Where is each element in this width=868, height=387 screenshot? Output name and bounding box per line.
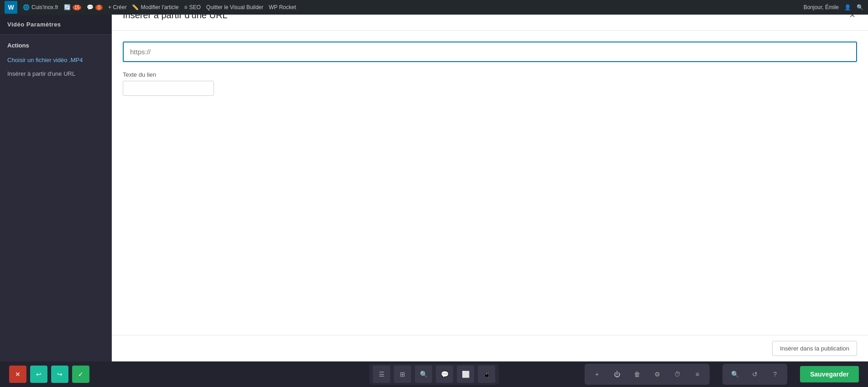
menu-icon: ☰	[379, 371, 385, 378]
add-module-button[interactable]: +	[588, 366, 606, 383]
seo-icon: ≡	[184, 4, 187, 10]
grid-icon: ⊞	[400, 371, 405, 378]
toolbar-right-group: + ⏻ 🗑 ⚙ ⏱ ≡ 🔍 ↺	[585, 364, 859, 385]
panel-title: Vidéo Paramètres	[7, 21, 61, 28]
left-panel: Vidéo Paramètres Actions Choisir un fich…	[0, 15, 112, 387]
edit-article-link[interactable]: ✏️ Modifier l'article	[132, 4, 178, 10]
wordpress-icon: W	[5, 1, 17, 14]
wp-admin-bar: W 🌐 Cuis'inox.fr 🔄 15 💬 0 + Créer ✏️ Mod…	[0, 0, 868, 15]
comments-icon: 💬	[87, 4, 94, 10]
modal-footer: Insérer dans la publication	[112, 335, 868, 361]
power-button[interactable]: ⏻	[608, 366, 626, 383]
sliders-icon: ≡	[695, 371, 699, 378]
actions-title: Actions	[7, 42, 104, 49]
menu-button[interactable]: ☰	[373, 366, 390, 383]
tablet-button[interactable]: ⬜	[457, 366, 474, 383]
sidebar-actions: Actions Choisir un fichier vidéo .MP4 In…	[0, 35, 111, 91]
help-button[interactable]: ?	[766, 366, 784, 383]
trash-icon: 🗑	[634, 371, 640, 378]
search-button[interactable]: 🔍	[415, 366, 432, 383]
site-icon: 🌐	[23, 4, 30, 10]
add-icon: +	[595, 371, 599, 378]
redo-icon: ↪	[57, 371, 63, 378]
toolbar-center-group: ☰ ⊞ 🔍 💬 ⬜ 📱	[369, 364, 499, 385]
create-link[interactable]: + Créer	[108, 4, 126, 10]
comment-button[interactable]: 💬	[436, 366, 453, 383]
redo-button[interactable]: ↪	[51, 366, 68, 383]
link-text-input[interactable]	[123, 81, 214, 96]
trash-button[interactable]: 🗑	[628, 366, 646, 383]
site-link[interactable]: 🌐 Cuis'inox.fr	[23, 4, 58, 10]
mobile-button[interactable]: 📱	[478, 366, 495, 383]
power-icon: ⏻	[614, 371, 620, 378]
seo-link[interactable]: ≡ SEO	[184, 4, 200, 10]
edit-icon: ✏️	[132, 4, 139, 10]
zoom-button[interactable]: 🔍	[726, 366, 743, 383]
modal-body: Texte du lien	[112, 31, 868, 335]
check-icon: ✓	[78, 371, 84, 378]
settings-button[interactable]: ⚙	[648, 366, 666, 383]
updates-link[interactable]: 🔄 15	[64, 4, 81, 10]
insert-url-link[interactable]: Insérer à partir d'une URL	[7, 70, 104, 78]
bar-right: Bonjour, Émile 👤 🔍	[804, 4, 863, 10]
left-panel-header: Vidéo Paramètres	[0, 15, 111, 35]
zoom-icon: 🔍	[731, 371, 739, 378]
mobile-icon: 📱	[483, 371, 491, 378]
search-icon: 🔍	[420, 371, 428, 378]
user-icon[interactable]: 👤	[844, 4, 851, 10]
clock-button[interactable]: ⏱	[669, 366, 686, 383]
quit-builder-link[interactable]: Quitter le Visual Builder	[206, 4, 263, 10]
tablet-icon: ⬜	[462, 371, 470, 378]
sliders-button[interactable]: ≡	[689, 366, 706, 383]
choose-video-link[interactable]: Choisir un fichier vidéo .MP4	[7, 56, 104, 64]
toolbar-left-group: ✕ ↩ ↪ ✓	[9, 366, 89, 383]
wp-logo[interactable]: W	[5, 1, 17, 14]
clock-icon: ⏱	[674, 371, 680, 378]
history-icon: ↺	[752, 371, 758, 378]
comment-icon: 💬	[441, 371, 449, 378]
undo-icon: ↩	[36, 371, 42, 378]
help-icon: ?	[773, 371, 777, 378]
confirm-button[interactable]: ✓	[72, 366, 89, 383]
admin-search-icon[interactable]: 🔍	[857, 4, 863, 10]
undo-button[interactable]: ↩	[30, 366, 47, 383]
link-text-label: Texte du lien	[123, 71, 857, 78]
close-icon: ✕	[15, 371, 21, 378]
insert-publication-button[interactable]: Insérer dans la publication	[772, 341, 857, 356]
grid-button[interactable]: ⊞	[394, 366, 411, 383]
greeting: Bonjour, Émile	[804, 4, 839, 10]
wp-rocket-link[interactable]: WP Rocket	[269, 4, 296, 10]
save-button[interactable]: Sauvegarder	[800, 366, 859, 382]
comments-link[interactable]: 💬 0	[87, 4, 103, 10]
settings-icon: ⚙	[654, 371, 660, 378]
history-button[interactable]: ↺	[746, 366, 763, 383]
insert-url-modal: Insérer à partir d'une URL × Texte du li…	[112, 0, 868, 361]
url-input[interactable]	[123, 42, 857, 62]
updates-icon: 🔄	[64, 4, 71, 10]
bottom-toolbar: ✕ ↩ ↪ ✓ ☰ ⊞ 🔍 💬 ⬜ 📱	[0, 361, 868, 387]
close-builder-button[interactable]: ✕	[9, 366, 26, 383]
